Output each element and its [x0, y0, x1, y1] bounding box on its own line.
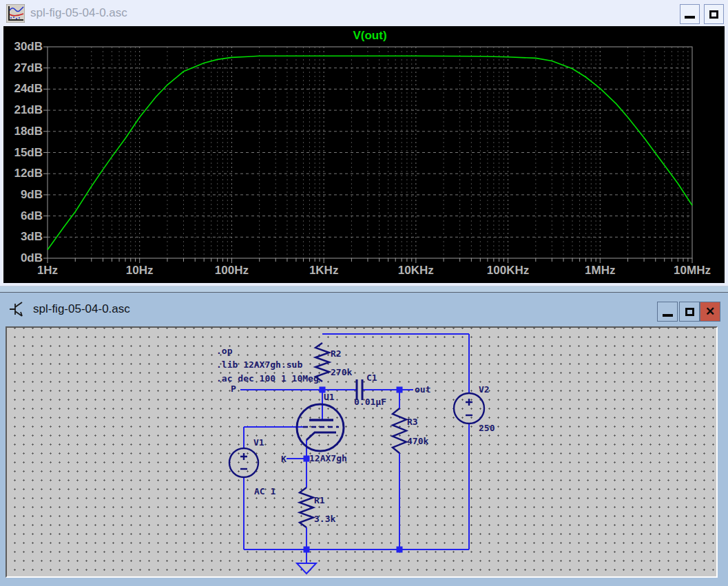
waveform-plot-icon — [6, 4, 25, 23]
label-r2-value[interactable]: 270k — [331, 367, 352, 377]
x-tick-label: 100KHz — [477, 264, 539, 278]
x-tick-label: 1MHz — [569, 264, 631, 278]
minimize-icon — [685, 16, 695, 19]
y-tick-label: 18dB — [3, 125, 43, 138]
trace-V(out)[interactable] — [48, 56, 692, 249]
x-tick-label: 10MHz — [661, 264, 723, 278]
y-tick-label: 3dB — [3, 230, 43, 244]
y-tick-label: 21dB — [3, 103, 43, 117]
label-u1-ref[interactable]: U1 — [324, 392, 335, 402]
resistor-R1[interactable] — [300, 488, 313, 527]
schematic-window: spl-fig-05-04-0.asc ✕ — [0, 292, 728, 586]
x-tick-label: 10KHz — [385, 264, 447, 278]
schematic-icon — [8, 300, 28, 319]
label-r2-ref[interactable]: R2 — [331, 348, 342, 359]
maximize-icon — [685, 308, 694, 316]
schematic-window-title: spl-fig-05-04-0.asc — [33, 293, 130, 326]
voltage-source-V2[interactable] — [454, 393, 484, 423]
label-c1-value[interactable]: 0.01µF — [354, 397, 386, 407]
label-v1-value[interactable]: AC 1 — [254, 486, 275, 496]
maximize-button[interactable] — [679, 302, 700, 322]
trace-label-vout[interactable]: V(out) — [329, 29, 411, 43]
resistor-R3[interactable] — [393, 408, 406, 453]
y-tick-label: 30dB — [3, 40, 43, 54]
minimize-button[interactable] — [657, 302, 678, 322]
schematic-canvas[interactable]: .op .lib 12AX7gh.sub .ac dec 100 1 10Meg… — [6, 326, 718, 578]
y-tick-label: 27dB — [3, 61, 43, 75]
bode-plot-canvas — [3, 26, 725, 283]
spice-directives[interactable]: .op .lib 12AX7gh.sub .ac dec 100 1 10Meg — [216, 344, 319, 386]
label-r3-value[interactable]: 470k — [407, 436, 428, 446]
ground-symbol[interactable] — [297, 563, 316, 574]
y-tick-label: 24dB — [3, 82, 43, 96]
x-tick-label: 1Hz — [17, 264, 79, 278]
label-r3-ref[interactable]: R3 — [407, 417, 418, 427]
minimize-icon — [663, 314, 673, 317]
maximize-button[interactable] — [704, 4, 724, 24]
net-label-k[interactable]: K — [281, 454, 287, 464]
y-tick-label: 9dB — [3, 188, 43, 202]
x-tick-label: 10Hz — [109, 264, 171, 278]
label-r1-value[interactable]: 3.3k — [314, 514, 335, 524]
net-label-p[interactable]: P — [231, 384, 236, 394]
maximize-icon — [709, 10, 718, 19]
schematic-window-titlebar[interactable]: spl-fig-05-04-0.asc ✕ — [0, 293, 728, 326]
minimize-button[interactable] — [680, 4, 700, 24]
x-tick-label: 100Hz — [200, 264, 262, 278]
y-tick-label: 12dB — [3, 167, 43, 180]
waveform-window: spl-fig-05-04-0.asc V(out) 0dB3dB6dB9dB1… — [0, 0, 728, 286]
label-c1-ref[interactable]: C1 — [366, 373, 377, 383]
x-tick-label: 1KHz — [293, 264, 355, 278]
junction-dots — [304, 387, 403, 553]
voltage-source-V1[interactable] — [229, 448, 258, 477]
triode-U1[interactable] — [297, 404, 344, 451]
y-tick-label: 6dB — [3, 209, 43, 223]
ltspice-workspace: spl-fig-05-04-0.asc V(out) 0dB3dB6dB9dB1… — [0, 0, 728, 586]
waveform-window-title: spl-fig-05-04-0.asc — [30, 0, 127, 26]
waveform-plot-area[interactable]: V(out) 0dB3dB6dB9dB12dB15dB18dB21dB24dB2… — [3, 26, 725, 283]
label-u1-type[interactable]: 12AX7gh — [309, 453, 347, 463]
y-tick-label: 15dB — [3, 146, 43, 160]
y-tick-label: 0dB — [3, 251, 43, 265]
circuit-drawing — [7, 328, 716, 576]
close-button[interactable]: ✕ — [700, 302, 720, 322]
label-v1-ref[interactable]: V1 — [253, 437, 264, 448]
label-v2-value[interactable]: 250 — [479, 423, 495, 433]
label-v2-ref[interactable]: V2 — [479, 384, 490, 395]
net-label-out[interactable]: out — [415, 384, 430, 395]
close-icon: ✕ — [705, 306, 715, 317]
waveform-window-titlebar[interactable]: spl-fig-05-04-0.asc — [0, 0, 728, 26]
label-r1-ref[interactable]: R1 — [314, 495, 325, 505]
